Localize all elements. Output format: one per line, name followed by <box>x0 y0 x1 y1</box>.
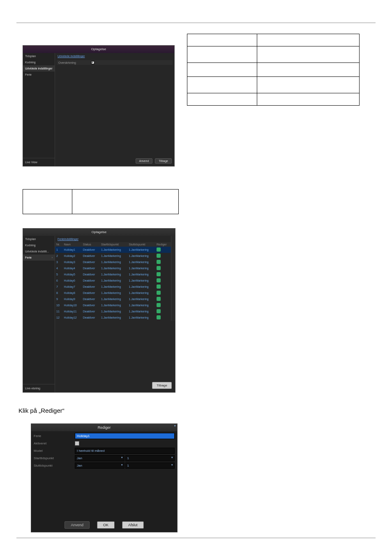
table-row[interactable]: 4Holiday4Deaktiver1.JanMarkering1.JanMar… <box>55 265 171 271</box>
scrollbar[interactable] <box>171 236 175 321</box>
edit-icon[interactable] <box>157 315 161 319</box>
table-cell: 7 <box>55 284 63 290</box>
start-day-select[interactable]: 1 <box>125 455 175 461</box>
edit-icon[interactable] <box>157 309 161 313</box>
tab-udvidede-indstillinger[interactable]: Udvidede indstillinger <box>55 53 174 59</box>
edit-icon[interactable] <box>157 260 161 264</box>
table-cell: Holiday2 <box>63 253 82 259</box>
end-month-select[interactable]: Jan <box>75 462 125 469</box>
screenshot-holiday-list: Optagelse Tidsplan Kodning Udvidede inds… <box>23 228 175 393</box>
screenshot-rediger-dialog: Rediger Ferie Holiday1 Aktiveret Model I… <box>31 423 178 532</box>
ok-button[interactable]: OK <box>97 521 115 529</box>
screenshot-advanced-settings: Optagelse Tidsplan Kodning Udvidede inds… <box>23 45 175 166</box>
table-cell: Holiday8 <box>63 290 82 296</box>
table-cell: 1.JanMarkering <box>100 259 127 265</box>
table-cell: 1 <box>55 247 63 253</box>
col-rediger: Rediger <box>155 242 171 247</box>
model-select[interactable]: I henhold til måned <box>75 448 175 454</box>
end-label: Sluttidspunkt <box>34 464 75 467</box>
start-month-select[interactable]: Jan <box>75 455 125 461</box>
apply-button[interactable]: Anvend <box>136 158 153 164</box>
edit-icon[interactable] <box>157 247 161 252</box>
table-row[interactable]: 3Holiday3Deaktiver1.JanMarkering1.JanMar… <box>55 259 171 265</box>
col-slut: Sluttidspunkt <box>128 242 155 247</box>
doc-table-top-right <box>187 34 360 106</box>
table-row[interactable]: 11Holiday11Deaktiver1.JanMarkering1.JanM… <box>55 308 171 314</box>
edit-icon[interactable] <box>157 254 161 258</box>
table-row[interactable]: 7Holiday7Deaktiver1.JanMarkering1.JanMar… <box>55 284 171 290</box>
edit-cell <box>155 308 171 314</box>
cancel-button[interactable]: Afslut <box>122 521 144 529</box>
edit-cell <box>155 290 171 296</box>
overskrivning-checkbox[interactable] <box>91 61 95 64</box>
table-row[interactable]: 2Holiday2Deaktiver1.JanMarkering1.JanMar… <box>55 253 171 259</box>
overskrivning-row: Overskrivning <box>57 60 173 65</box>
col-status: Status <box>82 242 100 247</box>
live-view-link[interactable]: Live View <box>23 158 55 166</box>
end-day-select[interactable]: 1 <box>125 462 175 469</box>
edit-cell <box>155 265 171 271</box>
tab-ferieindstillinger[interactable]: Ferieindstillinger <box>55 236 171 242</box>
sidebar-item-tidsplan[interactable]: Tidsplan <box>23 53 55 59</box>
table-cell: 12 <box>55 314 63 321</box>
table-cell: Deaktiver <box>82 314 100 321</box>
table-cell: Holiday7 <box>63 284 82 290</box>
table-cell: Holiday12 <box>63 314 82 321</box>
edit-icon[interactable] <box>157 284 161 289</box>
sidebar-item-ferie[interactable]: Ferie <box>23 72 55 78</box>
holiday-table: Nr. Navn Status Starttidspunkt Sluttidsp… <box>55 242 171 321</box>
sidebar: Tidsplan Kodning Udvidede indstillinger … <box>23 53 55 166</box>
edit-icon[interactable] <box>157 291 161 295</box>
table-cell: 1.JanMarkering <box>128 265 155 271</box>
table-cell: Holiday9 <box>63 296 82 302</box>
live-view-link[interactable]: Live-visning <box>23 384 55 392</box>
edit-cell <box>155 314 171 321</box>
table-cell: 9 <box>55 296 63 302</box>
edit-icon[interactable] <box>157 278 161 282</box>
window-title: Optagelse <box>23 46 174 53</box>
table-row[interactable]: 9Holiday9Deaktiver1.JanMarkering1.JanMar… <box>55 296 171 302</box>
table-cell: Deaktiver <box>82 265 100 271</box>
table-row[interactable]: 12Holiday12Deaktiver1.JanMarkering1.JanM… <box>55 314 171 321</box>
table-cell: 1.JanMarkering <box>100 308 127 314</box>
table-row[interactable]: 5Holiday5Deaktiver1.JanMarkering1.JanMar… <box>55 271 171 278</box>
sidebar-item-ferie[interactable]: Ferie <box>23 254 55 261</box>
sidebar-item-kodning[interactable]: Kodning <box>23 59 55 65</box>
table-row[interactable]: 10Holiday10Deaktiver1.JanMarkering1.JanM… <box>55 302 171 308</box>
table-cell: Holiday10 <box>63 302 82 308</box>
table-row[interactable]: 8Holiday8Deaktiver1.JanMarkering1.JanMar… <box>55 290 171 296</box>
edit-icon[interactable] <box>157 272 161 276</box>
edit-icon[interactable] <box>157 266 161 270</box>
edit-cell <box>155 278 171 284</box>
sidebar-item-udvidede[interactable]: Udvidede indstillinger <box>23 65 55 72</box>
sidebar-item-tidsplan[interactable]: Tidsplan <box>23 236 55 242</box>
ferie-label: Ferie <box>34 434 75 438</box>
edit-icon[interactable] <box>157 303 161 307</box>
sidebar-item-kodning[interactable]: Kodning <box>23 242 55 248</box>
apply-button[interactable]: Anvend <box>65 521 90 529</box>
table-cell: 1.JanMarkering <box>128 308 155 314</box>
table-row[interactable]: 6Holiday6Deaktiver1.JanMarkering1.JanMar… <box>55 278 171 284</box>
table-cell: 1.JanMarkering <box>128 290 155 296</box>
table-cell: Holiday4 <box>63 265 82 271</box>
table-cell: Deaktiver <box>82 284 100 290</box>
table-row[interactable]: 1Holiday1Deaktiver1.JanMarkering1.JanMar… <box>55 247 171 253</box>
sidebar-item-udvidede[interactable]: Udvidede indstilli... <box>23 248 55 254</box>
table-cell: Holiday11 <box>63 308 82 314</box>
table-cell: Deaktiver <box>82 296 100 302</box>
table-cell: Deaktiver <box>82 253 100 259</box>
col-start: Starttidspunkt <box>100 242 127 247</box>
table-cell: 10 <box>55 302 63 308</box>
doc-table-mid-left <box>23 189 179 214</box>
table-cell: 1.JanMarkering <box>100 265 127 271</box>
ferie-input[interactable]: Holiday1 <box>75 433 175 439</box>
page-rule-bottom <box>16 538 376 538</box>
table-cell: 1.JanMarkering <box>128 302 155 308</box>
back-button[interactable]: Tilbage <box>155 158 172 164</box>
aktiveret-checkbox[interactable] <box>75 441 79 446</box>
edit-cell <box>155 259 171 265</box>
back-button[interactable]: Tilbage <box>152 382 172 389</box>
edit-icon[interactable] <box>157 297 161 301</box>
edit-cell <box>155 247 171 253</box>
table-cell: 1.JanMarkering <box>128 284 155 290</box>
